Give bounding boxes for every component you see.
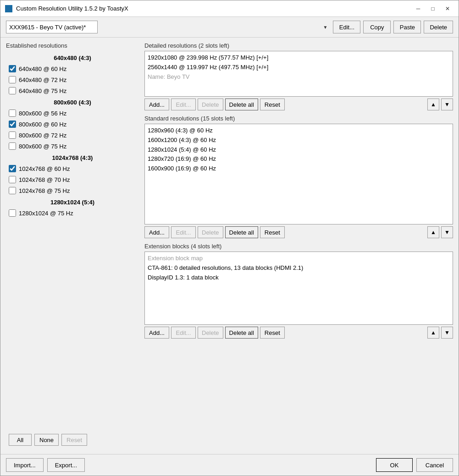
standard-reset-button[interactable]: Reset — [260, 226, 285, 238]
checkbox-800-56[interactable] — [9, 109, 16, 117]
extension-delete-button[interactable]: Delete — [198, 327, 223, 339]
checkbox-item: 800x600 @ 75 Hz — [6, 142, 139, 151]
detailed-reset-button[interactable]: Reset — [260, 98, 285, 110]
extension-up-arrow[interactable]: ▲ — [427, 327, 439, 339]
extension-line-1: Extension block map — [148, 254, 450, 263]
extension-section: Extension blocks (4 slots left) Extensio… — [144, 243, 453, 339]
standard-line-4: 1280x720 (16:9) @ 60 Hz — [148, 154, 450, 164]
detailed-delete-all-button[interactable]: Delete all — [225, 98, 258, 110]
extension-title: Extension blocks (4 slots left) — [144, 243, 453, 250]
detailed-up-arrow[interactable]: ▲ — [427, 98, 439, 110]
detailed-section: Detailed resolutions (2 slots left) 1920… — [144, 42, 453, 110]
title-bar: Custom Resolution Utility 1.5.2 by Toast… — [0, 0, 459, 17]
app-icon — [5, 5, 12, 12]
copy-button[interactable]: Copy — [363, 21, 391, 33]
close-button[interactable]: ✕ — [441, 4, 454, 14]
checkbox-item: 1024x768 @ 70 Hz — [6, 175, 139, 184]
window-title: Custom Resolution Utility 1.5.2 by Toast… — [16, 5, 128, 12]
title-bar-left: Custom Resolution Utility 1.5.2 by Toast… — [5, 5, 128, 12]
checkbox-1280-75[interactable] — [9, 209, 16, 217]
all-button[interactable]: All — [9, 434, 32, 446]
checkbox-label-640-60: 640x480 @ 60 Hz — [19, 66, 66, 72]
detailed-edit-button[interactable]: Edit... — [171, 98, 196, 110]
extension-listbox[interactable]: Extension block map CTA-861: 0 detailed … — [144, 252, 453, 325]
checkbox-item: 640x480 @ 72 Hz — [6, 75, 139, 84]
extension-edit-button[interactable]: Edit... — [171, 327, 196, 339]
minimize-button[interactable]: ─ — [412, 4, 425, 14]
paste-button[interactable]: Paste — [393, 21, 421, 33]
bottom-left-buttons: Import... Export... — [6, 458, 85, 472]
maximize-button[interactable]: □ — [426, 4, 439, 14]
export-button[interactable]: Export... — [47, 458, 85, 472]
detailed-delete-button[interactable]: Delete — [198, 98, 223, 110]
left-panel: Established resolutions 640x480 (4:3) 64… — [6, 42, 139, 449]
standard-line-5: 1600x900 (16:9) @ 60 Hz — [148, 164, 450, 174]
right-panel: Detailed resolutions (2 slots left) 1920… — [144, 42, 453, 449]
extension-line-3: DisplayID 1.3: 1 data block — [148, 273, 450, 283]
checkbox-item: 640x480 @ 75 Hz — [6, 86, 139, 95]
detailed-down-arrow[interactable]: ▼ — [441, 98, 453, 110]
checkbox-800-60[interactable] — [9, 120, 16, 128]
group-header-1280: 1280x1024 (5:4) — [6, 197, 139, 207]
checkbox-640-75[interactable] — [9, 87, 16, 94]
extension-line-2: CTA-861: 0 detailed resolutions, 13 data… — [148, 263, 450, 273]
standard-add-button[interactable]: Add... — [144, 226, 169, 238]
checkbox-1024-75[interactable] — [9, 187, 16, 194]
standard-buttons: Add... Edit... Delete Delete all Reset ▲… — [144, 226, 453, 238]
checkbox-item: 1280x1024 @ 75 Hz — [6, 208, 139, 218]
monitor-dropdown-wrapper: XXX9615 - Beyo TV (active)* — [6, 21, 330, 33]
checkbox-label-1024-60: 1024x768 @ 60 Hz — [19, 165, 70, 172]
delete-button[interactable]: Delete — [424, 21, 453, 33]
reset-button-left[interactable]: Reset — [61, 434, 87, 446]
checkbox-item: 1024x768 @ 60 Hz — [6, 164, 139, 173]
checkbox-1024-60[interactable] — [9, 165, 16, 172]
group-header-800: 800x600 (4:3) — [6, 97, 139, 107]
extension-reset-button[interactable]: Reset — [260, 327, 285, 339]
checkbox-item: 800x600 @ 60 Hz — [6, 120, 139, 129]
extension-buttons: Add... Edit... Delete Delete all Reset ▲… — [144, 327, 453, 339]
checkbox-label-640-72: 640x480 @ 72 Hz — [19, 77, 66, 83]
cancel-button[interactable]: Cancel — [416, 458, 453, 472]
bottom-bar: Import... Export... OK Cancel — [0, 454, 459, 476]
group-header-1024: 1024x768 (4:3) — [6, 153, 139, 162]
standard-up-arrow[interactable]: ▲ — [427, 226, 439, 238]
checkbox-label-1280-75: 1280x1024 @ 75 Hz — [19, 210, 73, 217]
monitor-dropdown[interactable]: XXX9615 - Beyo TV (active)* — [6, 21, 98, 33]
extension-down-arrow[interactable]: ▼ — [441, 327, 453, 339]
import-button[interactable]: Import... — [6, 458, 44, 472]
detailed-title: Detailed resolutions (2 slots left) — [144, 42, 453, 49]
established-resolutions-label: Established resolutions — [6, 42, 139, 49]
detailed-add-button[interactable]: Add... — [144, 98, 169, 110]
ok-button[interactable]: OK — [376, 458, 413, 472]
standard-delete-all-button[interactable]: Delete all — [225, 226, 258, 238]
standard-delete-button[interactable]: Delete — [198, 226, 223, 238]
standard-section: Standard resolutions (15 slots left) 128… — [144, 115, 453, 238]
group-header-640: 640x480 (4:3) — [6, 53, 139, 62]
checkbox-label-800-72: 800x600 @ 72 Hz — [19, 132, 66, 139]
detailed-line-3: Name: Beyo TV — [148, 72, 450, 82]
main-window: Custom Resolution Utility 1.5.2 by Toast… — [0, 0, 459, 476]
bottom-right-buttons: OK Cancel — [376, 458, 453, 472]
checkbox-label-1024-75: 1024x768 @ 75 Hz — [19, 187, 70, 194]
standard-down-arrow[interactable]: ▼ — [441, 226, 453, 238]
checkbox-800-72[interactable] — [9, 131, 16, 139]
checkbox-item: 800x600 @ 56 Hz — [6, 109, 139, 118]
none-button[interactable]: None — [34, 434, 59, 446]
checkbox-label-800-56: 800x600 @ 56 Hz — [19, 110, 66, 117]
edit-button[interactable]: Edit... — [333, 21, 360, 33]
extension-delete-all-button[interactable]: Delete all — [225, 327, 258, 339]
detailed-listbox[interactable]: 1920x1080 @ 239.998 Hz (577.57 MHz) [+/+… — [144, 51, 453, 97]
main-content: Established resolutions 640x480 (4:3) 64… — [0, 38, 459, 454]
left-bottom-buttons: All None Reset — [6, 430, 139, 449]
checkbox-640-60[interactable] — [9, 65, 16, 72]
standard-line-2: 1600x1200 (4:3) @ 60 Hz — [148, 136, 450, 145]
checkbox-1024-70[interactable] — [9, 176, 16, 183]
checkbox-800-75[interactable] — [9, 142, 16, 150]
checkbox-label-800-60: 800x600 @ 60 Hz — [19, 121, 66, 128]
standard-listbox[interactable]: 1280x960 (4:3) @ 60 Hz 1600x1200 (4:3) @… — [144, 124, 453, 224]
checkbox-label-640-75: 640x480 @ 75 Hz — [19, 88, 66, 94]
checkbox-640-72[interactable] — [9, 76, 16, 83]
checkbox-item: 640x480 @ 60 Hz — [6, 64, 139, 73]
extension-add-button[interactable]: Add... — [144, 327, 169, 339]
standard-edit-button[interactable]: Edit... — [171, 226, 196, 238]
